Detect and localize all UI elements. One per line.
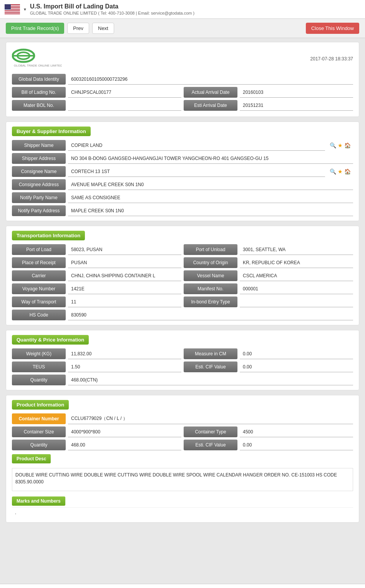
prev-button[interactable]: Prev — [67, 23, 89, 34]
product-desc-row: Product Desc — [12, 454, 353, 463]
shipper-address-label: Shipper Address — [12, 153, 66, 164]
svg-rect-6 — [5, 13, 20, 13]
quantity-price-grid: Weight (KG) 11,832.00 Measure in CM 0.00… — [12, 348, 353, 385]
svg-rect-4 — [5, 10, 20, 10]
main-content: GLOBAL TRADE ONLINE LIMITED 2017-07-28 1… — [0, 38, 365, 584]
consignee-star-icon[interactable]: ★ — [338, 168, 343, 175]
shipper-name-row: Shipper Name COPIER LAND 🔍 ★ 🏠 — [12, 140, 353, 151]
buyer-supplier-grid: Shipper Name COPIER LAND 🔍 ★ 🏠 Shipper A… — [12, 140, 353, 216]
notify-party-address-value: MAPLE CREEK S0N 1N0 — [68, 205, 353, 216]
logo-area: GLOBAL TRADE ONLINE LIMITED — [12, 48, 62, 69]
notify-party-address-label: Notify Party Address — [12, 205, 66, 216]
vessel-name-value: CSCL AMERICA — [240, 270, 353, 281]
container-number-button[interactable]: Container Number — [12, 413, 66, 424]
global-data-identity-value: 6003201601050000723296 — [68, 74, 353, 85]
teus-label: TEUS — [12, 361, 66, 372]
marks-numbers-section: Marks and Numbers . — [12, 496, 353, 518]
esti-cif-value: 0.00 — [240, 361, 353, 372]
notify-party-address-row: Notify Party Address MAPLE CREEK S0N 1N0 — [12, 205, 353, 216]
shipper-name-value: COPIER LAND — [68, 140, 325, 151]
consignee-name-value: CORTECH 13 1ST — [68, 166, 325, 177]
port-of-load-value: 58023, PUSAN — [68, 244, 181, 255]
esti-arrival-label: Esti Arrival Date — [184, 100, 237, 111]
product-esti-cif-label: Esti. CIF Value — [184, 440, 237, 450]
product-title: Product Information — [12, 400, 69, 410]
flag-dropdown-arrow[interactable]: ▼ — [23, 7, 27, 12]
global-data-row: Global Data Identity 6003201601050000723… — [12, 74, 353, 85]
manifest-no-value: 000001 — [240, 283, 353, 294]
port-of-unload-label: Port of Unload — [184, 244, 237, 255]
next-button[interactable]: Next — [92, 23, 114, 34]
master-bol-row: Mater BOL No. Esti Arrival Date 20151231 — [12, 100, 353, 111]
port-of-load-label: Port of Load — [12, 244, 66, 255]
place-of-receipt-label: Place of Receipt — [12, 257, 66, 268]
marks-numbers-button[interactable]: Marks and Numbers — [12, 496, 65, 506]
notify-party-name-label: Notify Party Name — [12, 192, 66, 203]
hs-code-label: HS Code — [12, 310, 66, 320]
header-card: GLOBAL TRADE ONLINE LIMITED 2017-07-28 1… — [6, 42, 359, 117]
master-bol-value — [68, 100, 181, 111]
teus-value: 1.50 — [68, 361, 181, 372]
consignee-name-label: Consignee Name — [12, 166, 66, 177]
quantity-label: Quantity — [12, 375, 66, 385]
place-of-receipt-row: Place of Receipt PUSAN Country of Origin… — [12, 257, 353, 268]
footer-bar: U.S. Import Bill of Lading Data 1 / 1 60… — [0, 584, 365, 588]
product-grid: Container Number CCLU6779029（CN / L / ） … — [12, 413, 353, 518]
global-data-identity-label: Global Data Identity — [12, 74, 66, 85]
container-type-value: 4500 — [240, 426, 353, 437]
company-subtitle: GLOBAL TRADE ONLINE LIMITED ( Tel: 400-7… — [30, 11, 194, 15]
search-icon[interactable]: 🔍 — [330, 142, 336, 148]
actual-arrival-value: 20160103 — [240, 87, 353, 98]
product-card: Product Information Container Number CCL… — [6, 395, 359, 523]
buyer-supplier-title: Buyer & Supplier Information — [12, 127, 91, 136]
esti-arrival-value: 20151231 — [240, 100, 353, 111]
master-bol-label: Mater BOL No. — [12, 100, 66, 111]
bill-of-lading-label: Bill of Lading No. — [12, 87, 66, 98]
transportation-card: Transportation Information Port of Load … — [6, 226, 359, 325]
marks-numbers-value: . — [12, 507, 353, 518]
country-of-origin-value: KR, REPUBLIC OF KOREA — [240, 257, 353, 268]
vessel-name-label: Vessel Name — [184, 270, 237, 281]
voyage-number-label: Voyage Number — [12, 283, 66, 294]
product-desc-button[interactable]: Product Desc — [12, 454, 51, 463]
company-logo: GLOBAL TRADE ONLINE LIMITED — [12, 48, 62, 69]
svg-rect-5 — [5, 11, 20, 12]
identity-section: Global Data Identity 6003201601050000723… — [12, 74, 353, 111]
shipper-name-label: Shipper Name — [12, 140, 66, 151]
way-of-transport-row: Way of Transport 11 In-bond Entry Type — [12, 296, 353, 307]
consignee-search-icon[interactable]: 🔍 — [330, 168, 336, 175]
print-button[interactable]: Print Trade Record(s) — [6, 23, 64, 34]
carrier-label: Carrier — [12, 270, 66, 281]
hs-code-value: 830590 — [68, 310, 353, 320]
container-number-row: Container Number CCLU6779029（CN / L / ） — [12, 413, 353, 424]
quantity-price-title: Quantity & Price Information — [12, 335, 89, 345]
shipper-address-row: Shipper Address NO 304 B-DONG GANGSEO-HA… — [12, 153, 353, 164]
consignee-name-row: Consignee Name CORTECH 13 1ST 🔍 ★ 🏠 — [12, 166, 353, 177]
notify-party-name-value: SAME AS CONSIGNEE — [68, 192, 353, 203]
home-icon[interactable]: 🏠 — [344, 142, 351, 148]
star-icon[interactable]: ★ — [338, 142, 343, 148]
flag-icon — [5, 4, 20, 14]
container-size-row: Container Size 4000*900*800 Container Ty… — [12, 426, 353, 437]
bill-of-lading-value: CHNJPSCAL00177 — [68, 87, 181, 98]
quantity-price-card: Quantity & Price Information Weight (KG)… — [6, 330, 359, 390]
bol-row: Bill of Lading No. CHNJPSCAL00177 Actual… — [12, 87, 353, 98]
product-quantity-label: Quantity — [12, 440, 66, 450]
teus-row: TEUS 1.50 Esti. CIF Value 0.00 — [12, 361, 353, 372]
consignee-home-icon[interactable]: 🏠 — [344, 168, 351, 175]
product-quantity-row: Quantity 468.00 Esti. CIF Value 0.00 — [12, 440, 353, 450]
manifest-no-label: Manifest No. — [184, 283, 237, 294]
toolbar: Print Trade Record(s) Prev Next Close Th… — [0, 19, 365, 38]
carrier-row: Carrier CHNJ, CHINA SHIPPING CONTAINER L… — [12, 270, 353, 281]
voyage-number-value: 1421E — [68, 283, 181, 294]
actual-arrival-label: Actual Arrival Date — [184, 87, 237, 98]
port-of-unload-value: 3001, SEATTLE, WA — [240, 244, 353, 255]
quantity-row: Quantity 468.00(CTN) — [12, 375, 353, 385]
svg-text:GLOBAL TRADE ONLINE LIMITED: GLOBAL TRADE ONLINE LIMITED — [14, 64, 62, 67]
port-of-load-row: Port of Load 58023, PUSAN Port of Unload… — [12, 244, 353, 255]
top-bar: ▼ U.S. Import Bill of Lading Data GLOBAL… — [0, 0, 365, 19]
esti-cif-label: Esti. CIF Value — [184, 361, 237, 372]
consignee-address-row: Consignee Address AVENUE MAPLE CREEK S0N… — [12, 179, 353, 190]
buyer-supplier-card: Buyer & Supplier Information Shipper Nam… — [6, 122, 359, 221]
close-button[interactable]: Close This Window — [306, 23, 359, 34]
